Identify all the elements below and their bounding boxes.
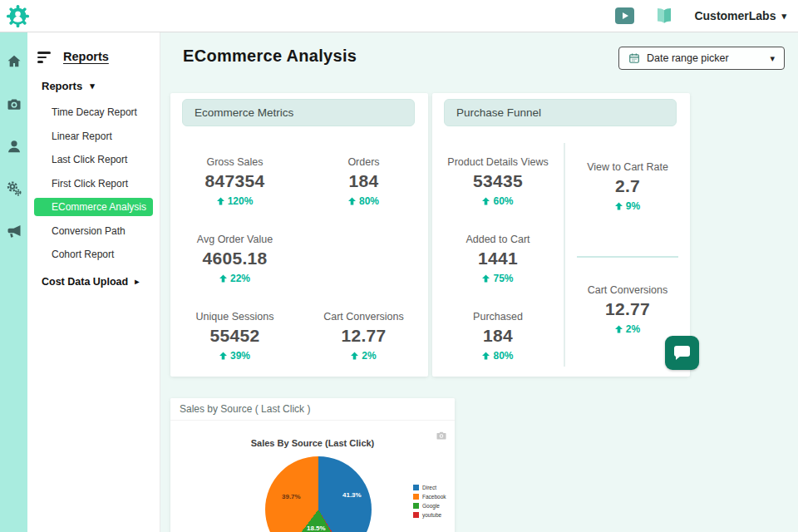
calendar-icon [628,52,640,64]
up-arrow-icon [351,352,358,360]
legend-item-direct[interactable]: Direct [413,485,446,490]
stat-empty [299,234,428,311]
home-icon[interactable] [5,52,22,70]
stat-cart-conversions: Cart Conversions 12.77 2% [299,311,428,377]
stat-cart-conversions-funnel: Cart Conversions 12.77 2% [565,284,690,335]
docs-book-icon[interactable] [654,7,674,25]
legend-item-facebook[interactable]: Facebook [413,494,446,500]
reports-group-toggle[interactable]: Reports ▾ [27,63,160,92]
up-arrow-icon [348,197,356,205]
legend-item-google[interactable]: Google [413,503,446,509]
date-range-picker[interactable]: Date range picker ▾ [618,47,785,70]
account-name: CustomerLabs [694,9,776,22]
chat-widget-button[interactable] [665,336,699,370]
stat-view-to-cart-rate: View to Cart Rate 2.7 9% [565,161,690,212]
slice-label-google: 18.5% [307,525,326,532]
up-arrow-icon [615,202,623,210]
sales-by-source-card: Sales by Source ( Last Click ) Sales By … [170,398,455,532]
pie[interactable]: 41.3% 39.7% 18.5% [265,456,372,532]
chat-bubble-icon [674,346,690,357]
stat-added-to-cart: Added to Cart 1441 75% [432,234,564,311]
account-menu[interactable]: CustomerLabs ▾ [694,9,786,22]
chevron-right-icon: ▸ [135,277,139,286]
topbar: CustomerLabs ▾ [0,0,798,32]
sidebar-item-conversion-path[interactable]: Conversion Path [27,222,160,240]
campaigns-megaphone-icon[interactable] [5,222,22,239]
horizontal-divider [577,256,678,258]
customerlabs-logo[interactable] [6,4,30,28]
chart-legend: Direct Facebook Google youtube [413,485,446,521]
sort-filter-icon[interactable] [37,50,51,62]
stat-orders: Orders 184 80% [299,156,428,234]
main-content: ECommerce Analysis Date range picker ▾ E… [160,32,798,532]
chevron-down-icon: ▾ [90,81,95,91]
date-range-label: Date range picker [647,52,729,64]
chevron-down-icon: ▾ [770,53,775,64]
settings-gears-icon[interactable] [5,180,22,197]
sidebar-item-linear-report[interactable]: Linear Report [27,127,160,145]
up-arrow-icon [219,352,227,360]
stat-purchased: Purchased 184 80% [432,311,564,377]
legend-item-youtube[interactable]: youtube [413,512,446,518]
stat-product-details-views: Product Details Views 53435 60% [432,156,564,234]
up-arrow-icon [482,274,490,283]
page-title: ECommerce Analysis [183,47,357,66]
up-arrow-icon [217,197,224,205]
sidebar-item-time-decay-report[interactable]: Time Decay Report [27,103,160,121]
chevron-down-icon: ▾ [781,11,786,22]
sidebar-item-cost-data-upload[interactable]: Cost Data Upload ▸ [27,269,160,288]
legend-swatch [413,503,419,509]
legend-swatch [413,485,419,490]
sidebar-item-first-click-report[interactable]: First Click Report [27,175,160,193]
sidebar-item-last-click-report[interactable]: Last Click Report [27,150,160,169]
chart-card-header: Sales by Source ( Last Click ) [170,398,455,421]
sidebar-item-cohort-report[interactable]: Cohort Report [27,245,160,264]
legend-swatch [413,494,419,500]
slice-label-facebook: 39.7% [282,493,301,500]
reports-sidebar: Reports Reports ▾ Time Decay Report Line… [27,32,160,532]
camera-icon[interactable] [5,95,22,112]
purchase-funnel-card: Purchase Funnel Product Details Views 53… [432,93,690,377]
legend-swatch [413,512,419,518]
slice-label-direct: 41.3% [342,491,362,499]
stat-unique-sessions: Unique Sessions 55452 39% [170,311,299,377]
chart-title: Sales By Source (Last Click) [170,438,455,448]
app-window: CustomerLabs ▾ [0,0,798,532]
up-arrow-icon [482,197,490,205]
download-plot-camera-icon[interactable] [436,428,446,443]
up-arrow-icon [482,352,490,360]
tutorial-video-icon[interactable] [615,7,634,24]
report-list: Time Decay Report Linear Report Last Cli… [27,92,160,264]
panel-title-reports[interactable]: Reports [63,50,109,63]
sidebar-item-ecommerce-analysis[interactable]: ECommerce Analysis [34,198,153,216]
up-arrow-icon [615,325,623,333]
stat-gross-sales: Gross Sales 847354 120% [170,156,299,234]
icon-rail [0,32,27,532]
stat-avg-order-value: Avg Order Value 4605.18 22% [170,234,299,311]
ecommerce-metrics-card: Ecommerce Metrics Gross Sales 847354 120… [170,93,428,377]
card-title: Ecommerce Metrics [182,99,415,126]
audience-icon[interactable] [5,137,22,155]
card-title: Purchase Funnel [444,99,677,126]
up-arrow-icon [219,274,227,283]
